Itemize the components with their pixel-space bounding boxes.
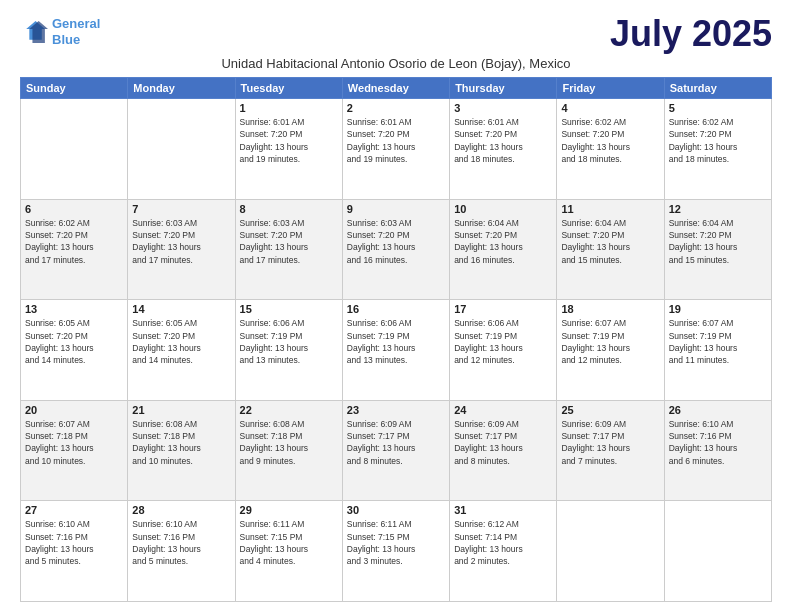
logo-icon xyxy=(20,18,48,46)
logo-text: General Blue xyxy=(52,16,100,47)
table-row: 19Sunrise: 6:07 AMSunset: 7:19 PMDayligh… xyxy=(664,300,771,401)
day-info: Sunrise: 6:04 AMSunset: 7:20 PMDaylight:… xyxy=(561,217,659,266)
day-info: Sunrise: 6:03 AMSunset: 7:20 PMDaylight:… xyxy=(240,217,338,266)
day-number: 31 xyxy=(454,504,552,516)
day-number: 21 xyxy=(132,404,230,416)
table-row: 15Sunrise: 6:06 AMSunset: 7:19 PMDayligh… xyxy=(235,300,342,401)
day-number: 30 xyxy=(347,504,445,516)
day-number: 19 xyxy=(669,303,767,315)
day-info: Sunrise: 6:06 AMSunset: 7:19 PMDaylight:… xyxy=(347,317,445,366)
day-number: 10 xyxy=(454,203,552,215)
day-info: Sunrise: 6:07 AMSunset: 7:18 PMDaylight:… xyxy=(25,418,123,467)
day-number: 1 xyxy=(240,102,338,114)
table-row: 12Sunrise: 6:04 AMSunset: 7:20 PMDayligh… xyxy=(664,199,771,300)
day-info: Sunrise: 6:09 AMSunset: 7:17 PMDaylight:… xyxy=(347,418,445,467)
day-number: 2 xyxy=(347,102,445,114)
day-number: 7 xyxy=(132,203,230,215)
month-year: July 2025 xyxy=(610,16,772,52)
col-monday: Monday xyxy=(128,78,235,99)
day-number: 11 xyxy=(561,203,659,215)
day-number: 3 xyxy=(454,102,552,114)
day-info: Sunrise: 6:06 AMSunset: 7:19 PMDaylight:… xyxy=(454,317,552,366)
day-info: Sunrise: 6:03 AMSunset: 7:20 PMDaylight:… xyxy=(347,217,445,266)
calendar-body: 1Sunrise: 6:01 AMSunset: 7:20 PMDaylight… xyxy=(21,99,772,602)
day-info: Sunrise: 6:10 AMSunset: 7:16 PMDaylight:… xyxy=(132,518,230,567)
col-sunday: Sunday xyxy=(21,78,128,99)
day-info: Sunrise: 6:12 AMSunset: 7:14 PMDaylight:… xyxy=(454,518,552,567)
col-thursday: Thursday xyxy=(450,78,557,99)
table-row: 20Sunrise: 6:07 AMSunset: 7:18 PMDayligh… xyxy=(21,400,128,501)
day-info: Sunrise: 6:02 AMSunset: 7:20 PMDaylight:… xyxy=(669,116,767,165)
table-row: 29Sunrise: 6:11 AMSunset: 7:15 PMDayligh… xyxy=(235,501,342,602)
day-info: Sunrise: 6:11 AMSunset: 7:15 PMDaylight:… xyxy=(347,518,445,567)
table-row: 24Sunrise: 6:09 AMSunset: 7:17 PMDayligh… xyxy=(450,400,557,501)
location: Unidad Habitacional Antonio Osorio de Le… xyxy=(20,56,772,71)
col-tuesday: Tuesday xyxy=(235,78,342,99)
day-number: 13 xyxy=(25,303,123,315)
table-row: 26Sunrise: 6:10 AMSunset: 7:16 PMDayligh… xyxy=(664,400,771,501)
logo: General Blue xyxy=(20,16,100,47)
day-info: Sunrise: 6:03 AMSunset: 7:20 PMDaylight:… xyxy=(132,217,230,266)
table-row: 6Sunrise: 6:02 AMSunset: 7:20 PMDaylight… xyxy=(21,199,128,300)
day-number: 15 xyxy=(240,303,338,315)
day-number: 20 xyxy=(25,404,123,416)
table-row xyxy=(664,501,771,602)
day-number: 6 xyxy=(25,203,123,215)
day-info: Sunrise: 6:07 AMSunset: 7:19 PMDaylight:… xyxy=(669,317,767,366)
day-info: Sunrise: 6:02 AMSunset: 7:20 PMDaylight:… xyxy=(25,217,123,266)
day-number: 18 xyxy=(561,303,659,315)
logo-line2: Blue xyxy=(52,32,80,47)
header: General Blue July 2025 xyxy=(20,16,772,52)
calendar: Sunday Monday Tuesday Wednesday Thursday… xyxy=(20,77,772,602)
day-info: Sunrise: 6:11 AMSunset: 7:15 PMDaylight:… xyxy=(240,518,338,567)
day-number: 24 xyxy=(454,404,552,416)
table-row: 8Sunrise: 6:03 AMSunset: 7:20 PMDaylight… xyxy=(235,199,342,300)
week-row-2: 6Sunrise: 6:02 AMSunset: 7:20 PMDaylight… xyxy=(21,199,772,300)
week-row-5: 27Sunrise: 6:10 AMSunset: 7:16 PMDayligh… xyxy=(21,501,772,602)
week-row-3: 13Sunrise: 6:05 AMSunset: 7:20 PMDayligh… xyxy=(21,300,772,401)
table-row: 28Sunrise: 6:10 AMSunset: 7:16 PMDayligh… xyxy=(128,501,235,602)
day-number: 12 xyxy=(669,203,767,215)
day-info: Sunrise: 6:08 AMSunset: 7:18 PMDaylight:… xyxy=(240,418,338,467)
table-row: 2Sunrise: 6:01 AMSunset: 7:20 PMDaylight… xyxy=(342,99,449,200)
table-row: 9Sunrise: 6:03 AMSunset: 7:20 PMDaylight… xyxy=(342,199,449,300)
day-number: 4 xyxy=(561,102,659,114)
day-info: Sunrise: 6:04 AMSunset: 7:20 PMDaylight:… xyxy=(669,217,767,266)
day-info: Sunrise: 6:04 AMSunset: 7:20 PMDaylight:… xyxy=(454,217,552,266)
table-row: 17Sunrise: 6:06 AMSunset: 7:19 PMDayligh… xyxy=(450,300,557,401)
day-number: 17 xyxy=(454,303,552,315)
table-row: 21Sunrise: 6:08 AMSunset: 7:18 PMDayligh… xyxy=(128,400,235,501)
day-number: 16 xyxy=(347,303,445,315)
day-number: 22 xyxy=(240,404,338,416)
day-info: Sunrise: 6:05 AMSunset: 7:20 PMDaylight:… xyxy=(132,317,230,366)
header-row: Sunday Monday Tuesday Wednesday Thursday… xyxy=(21,78,772,99)
title-block: July 2025 xyxy=(610,16,772,52)
table-row xyxy=(557,501,664,602)
col-wednesday: Wednesday xyxy=(342,78,449,99)
table-row: 31Sunrise: 6:12 AMSunset: 7:14 PMDayligh… xyxy=(450,501,557,602)
day-number: 29 xyxy=(240,504,338,516)
day-number: 23 xyxy=(347,404,445,416)
day-number: 9 xyxy=(347,203,445,215)
table-row: 25Sunrise: 6:09 AMSunset: 7:17 PMDayligh… xyxy=(557,400,664,501)
day-number: 25 xyxy=(561,404,659,416)
table-row: 27Sunrise: 6:10 AMSunset: 7:16 PMDayligh… xyxy=(21,501,128,602)
table-row: 13Sunrise: 6:05 AMSunset: 7:20 PMDayligh… xyxy=(21,300,128,401)
day-info: Sunrise: 6:01 AMSunset: 7:20 PMDaylight:… xyxy=(347,116,445,165)
day-number: 26 xyxy=(669,404,767,416)
day-info: Sunrise: 6:05 AMSunset: 7:20 PMDaylight:… xyxy=(25,317,123,366)
day-info: Sunrise: 6:10 AMSunset: 7:16 PMDaylight:… xyxy=(25,518,123,567)
day-number: 8 xyxy=(240,203,338,215)
table-row: 7Sunrise: 6:03 AMSunset: 7:20 PMDaylight… xyxy=(128,199,235,300)
table-row xyxy=(21,99,128,200)
col-saturday: Saturday xyxy=(664,78,771,99)
table-row: 11Sunrise: 6:04 AMSunset: 7:20 PMDayligh… xyxy=(557,199,664,300)
table-row: 18Sunrise: 6:07 AMSunset: 7:19 PMDayligh… xyxy=(557,300,664,401)
table-row: 14Sunrise: 6:05 AMSunset: 7:20 PMDayligh… xyxy=(128,300,235,401)
table-row: 22Sunrise: 6:08 AMSunset: 7:18 PMDayligh… xyxy=(235,400,342,501)
week-row-4: 20Sunrise: 6:07 AMSunset: 7:18 PMDayligh… xyxy=(21,400,772,501)
table-row: 23Sunrise: 6:09 AMSunset: 7:17 PMDayligh… xyxy=(342,400,449,501)
day-info: Sunrise: 6:08 AMSunset: 7:18 PMDaylight:… xyxy=(132,418,230,467)
table-row: 4Sunrise: 6:02 AMSunset: 7:20 PMDaylight… xyxy=(557,99,664,200)
day-info: Sunrise: 6:01 AMSunset: 7:20 PMDaylight:… xyxy=(454,116,552,165)
